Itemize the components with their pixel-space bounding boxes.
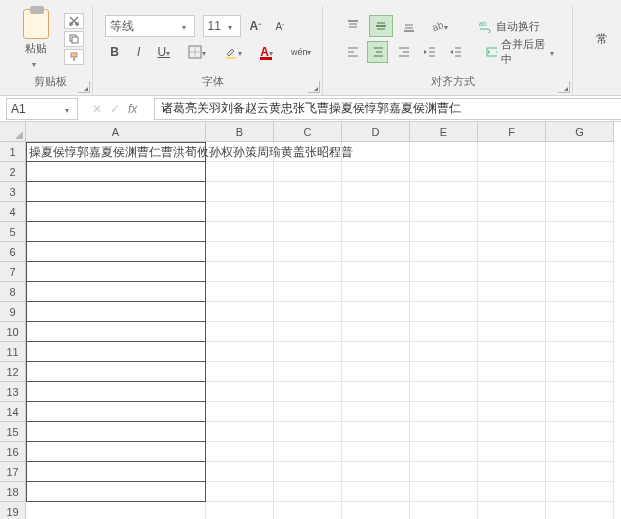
cell-G14[interactable] xyxy=(546,402,614,422)
cell-E19[interactable] xyxy=(410,502,478,519)
cell-B5[interactable] xyxy=(206,222,274,242)
cell-A15[interactable] xyxy=(26,422,206,442)
cell-C13[interactable] xyxy=(274,382,342,402)
font-name-select[interactable]: 等线 xyxy=(105,15,195,37)
col-header-E[interactable]: E xyxy=(410,122,478,142)
cell-G3[interactable] xyxy=(546,182,614,202)
row-header-7[interactable]: 7 xyxy=(0,262,26,282)
row-header-9[interactable]: 9 xyxy=(0,302,26,322)
cell-D13[interactable] xyxy=(342,382,410,402)
format-painter-button[interactable] xyxy=(64,49,84,65)
cell-D19[interactable] xyxy=(342,502,410,519)
cell-E3[interactable] xyxy=(410,182,478,202)
cell-D3[interactable] xyxy=(342,182,410,202)
cell-E15[interactable] xyxy=(410,422,478,442)
cell-D9[interactable] xyxy=(342,302,410,322)
merge-center-button[interactable]: 合并后居中 xyxy=(479,41,564,63)
orientation-button[interactable]: ab xyxy=(425,15,457,37)
worksheet-grid[interactable]: ABCDEFG 12345678910111213141516171819 操夏… xyxy=(0,122,621,519)
fill-color-button[interactable] xyxy=(219,41,251,63)
row-header-12[interactable]: 12 xyxy=(0,362,26,382)
row-header-5[interactable]: 5 xyxy=(0,222,26,242)
cell-B14[interactable] xyxy=(206,402,274,422)
cell-G10[interactable] xyxy=(546,322,614,342)
row-header-1[interactable]: 1 xyxy=(0,142,26,162)
cell-D10[interactable] xyxy=(342,322,410,342)
cell-F5[interactable] xyxy=(478,222,546,242)
cell-E16[interactable] xyxy=(410,442,478,462)
cell-C11[interactable] xyxy=(274,342,342,362)
enter-formula-button[interactable]: ✓ xyxy=(110,102,120,116)
alignment-dialog-launcher[interactable] xyxy=(558,81,570,93)
cut-button[interactable] xyxy=(64,13,84,29)
cell-E7[interactable] xyxy=(410,262,478,282)
cell-C1[interactable] xyxy=(274,142,342,162)
paste-button[interactable]: 粘贴 xyxy=(16,8,56,71)
cell-F2[interactable] xyxy=(478,162,546,182)
cell-B15[interactable] xyxy=(206,422,274,442)
cell-E11[interactable] xyxy=(410,342,478,362)
cell-B17[interactable] xyxy=(206,462,274,482)
cell-G18[interactable] xyxy=(546,482,614,502)
cell-B11[interactable] xyxy=(206,342,274,362)
cell-G19[interactable] xyxy=(546,502,614,519)
row-header-3[interactable]: 3 xyxy=(0,182,26,202)
cell-F6[interactable] xyxy=(478,242,546,262)
increase-indent-button[interactable] xyxy=(444,41,466,63)
cell-B8[interactable] xyxy=(206,282,274,302)
cell-G9[interactable] xyxy=(546,302,614,322)
cell-D2[interactable] xyxy=(342,162,410,182)
cell-A10[interactable] xyxy=(26,322,206,342)
cell-A5[interactable] xyxy=(26,222,206,242)
align-bottom-button[interactable] xyxy=(397,15,421,37)
align-top-button[interactable] xyxy=(341,15,365,37)
cell-E12[interactable] xyxy=(410,362,478,382)
cell-A16[interactable] xyxy=(26,442,206,462)
cell-A4[interactable] xyxy=(26,202,206,222)
bold-button[interactable]: B xyxy=(105,41,125,63)
cell-C9[interactable] xyxy=(274,302,342,322)
cell-E14[interactable] xyxy=(410,402,478,422)
cell-A3[interactable] xyxy=(26,182,206,202)
cell-G15[interactable] xyxy=(546,422,614,442)
col-header-D[interactable]: D xyxy=(342,122,410,142)
cell-E10[interactable] xyxy=(410,322,478,342)
cell-F8[interactable] xyxy=(478,282,546,302)
cell-F9[interactable] xyxy=(478,302,546,322)
decrease-indent-button[interactable] xyxy=(418,41,440,63)
cell-E1[interactable] xyxy=(410,142,478,162)
col-header-A[interactable]: A xyxy=(26,122,206,142)
cell-C15[interactable] xyxy=(274,422,342,442)
cell-C3[interactable] xyxy=(274,182,342,202)
font-dialog-launcher[interactable] xyxy=(308,81,320,93)
cell-F19[interactable] xyxy=(478,502,546,519)
cell-A13[interactable] xyxy=(26,382,206,402)
borders-button[interactable] xyxy=(183,41,215,63)
cell-B12[interactable] xyxy=(206,362,274,382)
cell-C16[interactable] xyxy=(274,442,342,462)
cell-B19[interactable] xyxy=(206,502,274,519)
select-all-triangle[interactable] xyxy=(0,122,26,142)
cell-D8[interactable] xyxy=(342,282,410,302)
align-center-button[interactable] xyxy=(367,41,389,63)
underline-button[interactable]: U xyxy=(153,41,180,63)
cancel-formula-button[interactable]: ✕ xyxy=(92,102,102,116)
fx-icon[interactable]: fx xyxy=(128,102,146,116)
cell-G6[interactable] xyxy=(546,242,614,262)
cell-A2[interactable] xyxy=(26,162,206,182)
cell-G8[interactable] xyxy=(546,282,614,302)
cell-E13[interactable] xyxy=(410,382,478,402)
cell-E17[interactable] xyxy=(410,462,478,482)
cell-C4[interactable] xyxy=(274,202,342,222)
cell-A9[interactable] xyxy=(26,302,206,322)
cell-D18[interactable] xyxy=(342,482,410,502)
wrap-text-button[interactable]: ab 自动换行 xyxy=(471,15,547,37)
cell-A19[interactable] xyxy=(26,502,206,519)
cell-B9[interactable] xyxy=(206,302,274,322)
cell-C6[interactable] xyxy=(274,242,342,262)
cell-G13[interactable] xyxy=(546,382,614,402)
cell-B7[interactable] xyxy=(206,262,274,282)
cell-D16[interactable] xyxy=(342,442,410,462)
cell-D1[interactable] xyxy=(342,142,410,162)
increase-font-button[interactable]: Aˆ xyxy=(245,15,266,37)
